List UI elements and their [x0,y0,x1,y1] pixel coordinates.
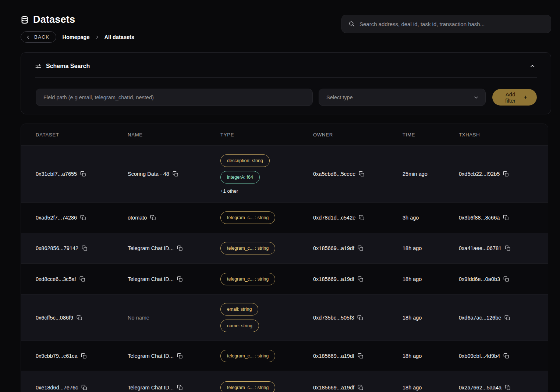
copy-icon[interactable] [358,353,364,359]
search-icon [348,21,355,27]
time-cell: 18h ago [403,245,459,251]
owner-hash: 0x185669...a19df [313,385,354,391]
txhash-cell: 0x2a7662...5aa4a [459,385,533,391]
type-badge: telegram_c... : string [220,273,275,285]
time-cell: 18h ago [403,276,459,282]
more-types-label: +1 other [220,188,238,194]
copy-icon[interactable] [80,171,86,177]
time-cell: 3h ago [403,215,459,221]
row-time: 18h ago [403,385,422,391]
copy-icon[interactable] [177,276,183,282]
copy-icon[interactable] [77,315,82,321]
type-badge: telegram_c... : string [220,350,275,362]
copy-icon[interactable] [505,245,511,251]
table-row[interactable]: 0xe18d6d...7e76c Telegram Chat ID... tel… [21,371,548,392]
name-cell: No name [128,315,220,321]
table-row[interactable]: 0x6cff5c...086f9 No name email: stringna… [21,294,548,341]
copy-icon[interactable] [504,315,510,321]
dataset-hash: 0x862856...79142 [36,245,78,251]
dataset-hash: 0xad52f7...74286 [36,215,77,221]
txhash-cell: 0xa41aee...06781 [459,245,533,251]
type-badge: telegram_c... : string [220,211,275,224]
breadcrumb-current: All datasets [104,34,134,40]
global-search[interactable] [341,15,551,33]
copy-icon[interactable] [80,215,86,221]
copy-icon[interactable] [503,276,509,282]
copy-icon[interactable] [79,276,85,282]
sliders-icon [35,63,42,70]
page-header: Datasets BACK Homepage All datasets [0,0,560,43]
copy-icon[interactable] [359,215,365,221]
type-badge: telegram_c... : string [220,381,275,392]
copy-icon[interactable] [173,171,178,177]
copy-icon[interactable] [358,276,364,282]
txhash: 0x3b6f88...8c66a [459,215,500,221]
txhash-cell: 0xd6a7ac...126be [459,315,533,321]
row-time: 18h ago [403,245,422,251]
table-row[interactable]: 0x31ebf7...a7655 Scoring Data - 48 descr… [21,145,548,202]
copy-icon[interactable] [505,385,511,391]
table-row[interactable]: 0xd8cce6...3c5af Telegram Chat ID... tel… [21,263,548,294]
chevron-up-icon [529,63,535,69]
table-body: 0x31ebf7...a7655 Scoring Data - 48 descr… [21,145,548,392]
name-cell: otomato [128,215,220,221]
copy-icon[interactable] [359,171,365,177]
type-select[interactable]: Select type [319,89,486,106]
copy-icon[interactable] [358,385,364,391]
owner-hash: 0xd735bc...505f3 [313,315,354,321]
dataset-cell: 0xd8cce6...3c5af [36,276,128,282]
dataset-name: otomato [128,215,147,221]
add-filter-button[interactable]: Add filter [492,89,537,106]
name-cell: Telegram Chat ID... [128,245,220,251]
breadcrumb-home[interactable]: Homepage [62,34,89,40]
copy-icon[interactable] [357,315,363,321]
copy-icon[interactable] [81,385,87,391]
dataset-hash: 0xd8cce6...3c5af [36,276,76,282]
breadcrumb: Homepage All datasets [62,34,134,40]
copy-icon[interactable] [150,215,156,221]
collapse-panel-button[interactable] [528,62,537,71]
table-row[interactable]: 0xad52f7...74286 otomato telegram_c... :… [21,202,548,233]
copy-icon[interactable] [503,171,509,177]
owner-cell: 0xd78d1d...c542e [313,215,403,221]
schema-search-title: Schema Search [46,63,90,70]
type-badges: email: stringname: string [220,296,313,339]
type-badges: description: stringintegerA: f64+1 other [220,147,313,201]
owner-hash: 0x185669...a19df [313,276,354,282]
time-cell: 18h ago [403,385,459,391]
copy-icon[interactable] [177,245,183,251]
copy-icon[interactable] [82,245,88,251]
datasets-table: DATASET NAME TYPE OWNER TIME TXHASH 0x31… [21,124,548,392]
schema-search-panel: Schema Search Select type Add filter [21,52,551,114]
copy-icon[interactable] [177,385,183,391]
global-search-input[interactable] [359,21,544,27]
type-badges: telegram_c... : string [220,235,313,262]
table-row[interactable]: 0x9cbb79...c61ca Telegram Chat ID... tel… [21,341,548,371]
back-button[interactable]: BACK [21,31,56,43]
type-badge: name: string [220,320,259,332]
type-badge: integerA: f64 [220,171,260,183]
field-path-input[interactable] [36,89,313,106]
copy-icon[interactable] [358,245,364,251]
chevron-down-icon [474,95,479,100]
copy-icon[interactable] [177,353,183,359]
table-row[interactable]: 0x862856...79142 Telegram Chat ID... tel… [21,233,548,263]
dataset-hash: 0x6cff5c...086f9 [36,315,73,321]
column-header-txhash: TXHASH [459,132,533,138]
table-header-row: DATASET NAME TYPE OWNER TIME TXHASH [21,124,548,145]
txhash: 0xd6a7ac...126be [459,315,501,321]
dataset-name: Scoring Data - 48 [128,171,169,177]
name-cell: Telegram Chat ID... [128,276,220,282]
type-badges: telegram_c... : string [220,266,313,293]
copy-icon[interactable] [81,353,87,359]
txhash: 0xa41aee...06781 [459,245,501,251]
txhash: 0x2a7662...5aa4a [459,385,501,391]
owner-cell: 0xa5ebd8...5ceee [313,171,403,177]
type-badge: telegram_c... : string [220,242,275,254]
copy-icon[interactable] [503,353,509,359]
column-header-dataset: DATASET [36,132,128,138]
plus-icon [523,95,528,100]
chevron-left-icon [26,35,31,39]
copy-icon[interactable] [503,215,509,221]
row-time: 18h ago [403,353,422,359]
